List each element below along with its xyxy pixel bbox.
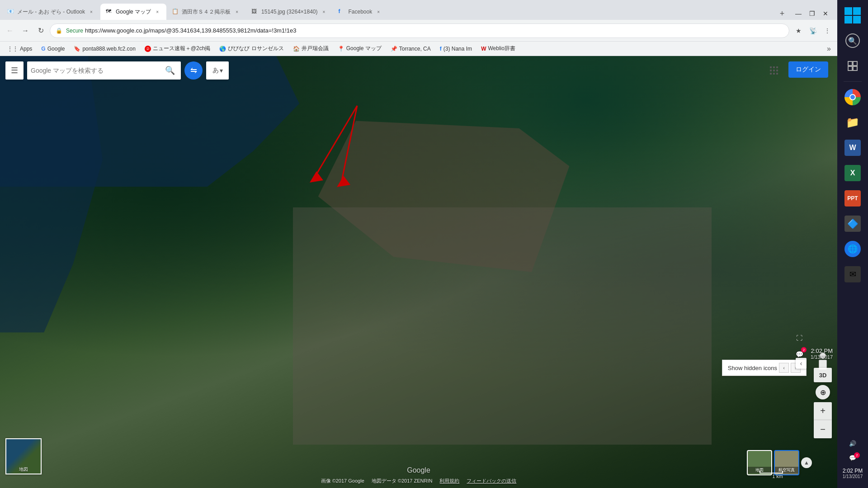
svg-rect-8	[773, 70, 775, 71]
tab-gmap-favicon: 🗺	[106, 8, 113, 15]
task-view-button[interactable]	[842, 55, 863, 77]
volume-icon[interactable]: 🔊	[844, 437, 861, 450]
google-brand: Google	[407, 466, 430, 474]
chrome-icon	[844, 89, 861, 105]
maps-search-button[interactable]: 🔍	[163, 63, 177, 78]
urban-area	[293, 207, 712, 445]
system-tray: 🔊 💬 2 2:02 PM 1/13/2017	[842, 437, 864, 484]
tab-facebook-close[interactable]: ×	[375, 8, 382, 15]
attribution-feedback[interactable]: フィードバックの送信	[467, 478, 516, 484]
taskbar-clock-date: 1/13/2017	[843, 474, 863, 479]
back-button[interactable]: ←	[4, 24, 16, 37]
bookmark-star-button[interactable]: ★	[792, 24, 805, 37]
search-icon: 🔍	[845, 33, 860, 48]
address-url: https://www.google.co.jp/maps/@35.341634…	[85, 27, 296, 34]
reload-button[interactable]: ↻	[34, 24, 47, 37]
map-3d-button[interactable]: 3D	[814, 368, 832, 382]
app2-icon: 🌐	[844, 241, 861, 257]
bookmark-apps[interactable]: ⋮⋮ Apps	[4, 45, 36, 53]
settings-button[interactable]: ⋮	[821, 24, 834, 37]
bookmark-apps-label: Apps	[20, 46, 32, 52]
tab-sakata-title: 酒田市Ｓ４２掲示板	[182, 8, 231, 16]
secure-icon: 🔒	[56, 28, 62, 34]
bookmark-ido[interactable]: 🏠 井戸瑞会議	[289, 44, 332, 53]
taskbar-search-button[interactable]: 🔍	[842, 30, 863, 52]
bookmark-nana[interactable]: f (3) Nana Im	[436, 45, 476, 53]
tab-bar: 📧 メール - あお ぞら - Outlook × 🗺 Google マップ ×…	[0, 0, 837, 20]
tab-gmap[interactable]: 🗺 Google マップ ×	[100, 4, 166, 20]
tab-outlook-close[interactable]: ×	[88, 8, 95, 15]
tab-img[interactable]: 🖼 15145.jpg (3264×1840) ×	[246, 4, 333, 20]
taskbar-chrome-icon[interactable]	[842, 86, 863, 108]
directions-button[interactable]: ⇋	[184, 61, 203, 80]
taskbar-app1-icon[interactable]: 🔷	[842, 213, 863, 235]
taskbar-excel-icon[interactable]: X	[842, 162, 863, 184]
address-input[interactable]: 🔒 Secure https://www.google.co.jp/maps/@…	[50, 23, 789, 38]
minimap[interactable]: 地図	[5, 438, 42, 474]
bookmark-google[interactable]: G Google	[38, 45, 68, 53]
cast-button[interactable]: 📡	[807, 24, 819, 37]
maps-search-input[interactable]	[31, 67, 159, 74]
app1-icon: 🔷	[844, 216, 861, 232]
svg-rect-14	[853, 61, 857, 66]
tab-sakata[interactable]: 📋 酒田市Ｓ４２掲示板 ×	[166, 4, 246, 20]
ido-favicon: 🏠	[293, 46, 300, 52]
taskbar-explorer-icon[interactable]: 📁	[842, 112, 863, 133]
tab-facebook[interactable]: f Facebook ×	[333, 4, 388, 20]
svg-rect-13	[848, 61, 852, 66]
notification-badge: 2	[801, 347, 807, 352]
bookmark-gmap[interactable]: 📍 Google マップ	[334, 44, 385, 53]
news-favicon: ②	[145, 46, 151, 52]
bookmark-torrance[interactable]: 📌 Torrance, CA	[387, 45, 434, 53]
hamburger-button[interactable]: ☰	[5, 61, 24, 80]
bookmark-news-label: ニュース速報＋@2ch掲	[153, 45, 211, 52]
bookmark-weblio-label: Weblio辞書	[488, 45, 515, 52]
taskbar-app3-icon[interactable]: ✉	[842, 263, 863, 285]
close-button[interactable]: ✕	[819, 7, 832, 20]
login-button[interactable]: ログイン	[788, 61, 828, 78]
new-tab-button[interactable]: +	[776, 7, 788, 20]
zoom-in-button[interactable]: +	[814, 402, 832, 420]
gmap-favicon: 📍	[338, 46, 344, 52]
bookmarks-more-button[interactable]: »	[824, 44, 834, 54]
notification-icon[interactable]: 💬 2	[844, 451, 861, 464]
windows-start-button[interactable]	[842, 5, 863, 26]
bookmark-pibinabi[interactable]: 🌎 ぴびなび ロサンゼルス	[216, 44, 287, 53]
apps-icon: ⋮⋮	[7, 46, 18, 52]
bookmark-ponta[interactable]: 🔖 ponta888.web.fc2.con	[70, 45, 139, 53]
bookmark-google-label: Google	[47, 46, 65, 52]
map-back-button[interactable]: ‹	[796, 358, 807, 369]
bookmark-weblio[interactable]: W Weblio辞書	[477, 44, 519, 53]
forward-button[interactable]: →	[19, 24, 32, 37]
taskbar-app2-icon[interactable]: 🌐	[842, 238, 863, 260]
task-view-icon	[845, 59, 860, 73]
search-box[interactable]: 🔍	[27, 61, 181, 80]
attribution-terms[interactable]: 利用規約	[439, 478, 459, 484]
tab-img-close[interactable]: ×	[321, 8, 328, 15]
compass-button[interactable]: ⊕	[816, 385, 830, 399]
tab-facebook-favicon: f	[339, 8, 346, 15]
restore-button[interactable]: ❐	[806, 7, 818, 20]
tray-icon-1[interactable]: ⛶	[792, 331, 807, 345]
tab-gmap-close[interactable]: ×	[154, 8, 161, 15]
hidden-icons-prev-button[interactable]: ‹	[779, 363, 789, 373]
minimize-button[interactable]: —	[792, 7, 805, 20]
taskbar-divider	[844, 81, 862, 82]
taskbar-ppt-icon[interactable]: PPT	[842, 188, 863, 209]
bookmark-news[interactable]: ② ニュース速報＋@2ch掲	[141, 44, 214, 53]
language-dropdown-icon: ▾	[220, 67, 223, 74]
tab-outlook-title: メール - あお ぞら - Outlook	[17, 8, 85, 16]
scale-bar: 1 km	[760, 471, 783, 479]
svg-rect-16	[853, 66, 857, 70]
tab-sakata-favicon: 📋	[172, 8, 179, 15]
apps-grid-button[interactable]	[765, 61, 783, 80]
zoom-out-button[interactable]: −	[814, 420, 832, 438]
map-area[interactable]: ☰ 🔍 ⇋ あ ▾ ログイン	[0, 56, 837, 488]
address-bar: ← → ↻ 🔒 Secure https://www.google.co.jp/…	[0, 20, 837, 42]
svg-rect-9	[776, 70, 778, 71]
taskbar-word-icon[interactable]: W	[842, 137, 863, 159]
tab-outlook[interactable]: 📧 メール - あお ぞら - Outlook ×	[2, 4, 100, 20]
tab-sakata-close[interactable]: ×	[233, 8, 241, 15]
language-button[interactable]: あ ▾	[206, 61, 229, 80]
expand-map-type-button[interactable]: ▲	[801, 457, 812, 468]
